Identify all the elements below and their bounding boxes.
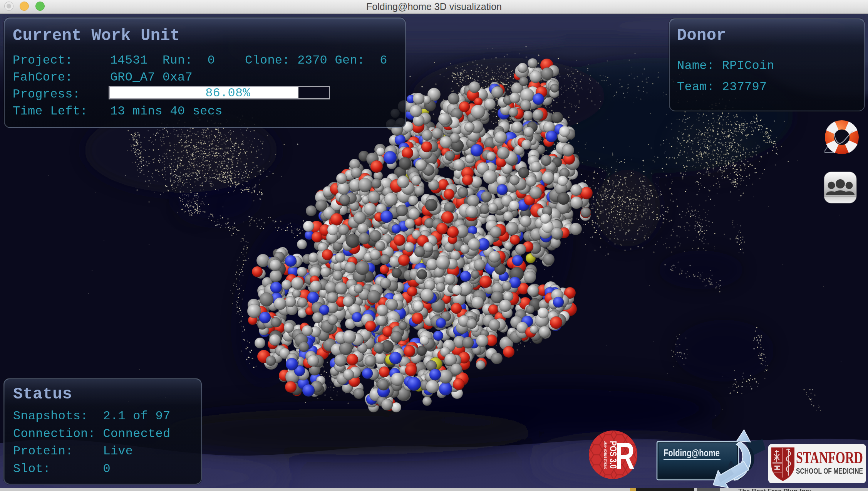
svg-text:STANFORD: STANFORD [796,448,863,467]
svg-text:Folding@home: Folding@home [664,447,720,459]
svg-text:POS 3.0: POS 3.0 [608,441,618,469]
svg-text:SCHOOL OF MEDICINE: SCHOOL OF MEDICINE [796,466,863,475]
svg-text:ARM • MOBILE STAKING: ARM • MOBILE STAKING [603,441,607,469]
